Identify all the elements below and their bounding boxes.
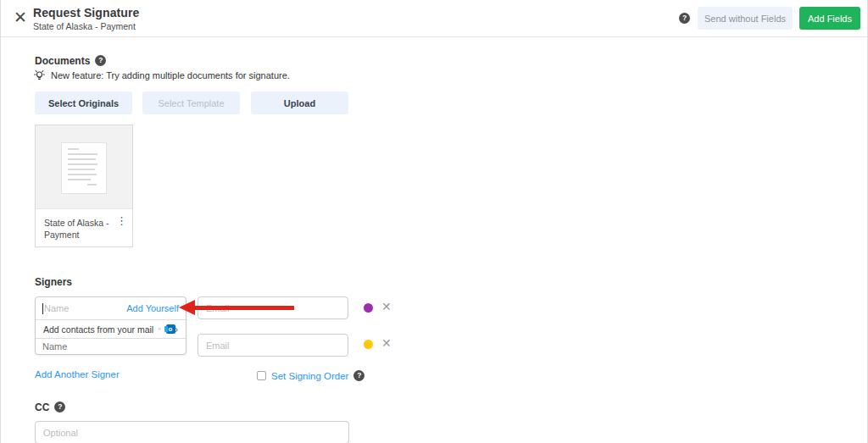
modal-header: ✕ Request Signature State of Alaska - Pa…	[1, 0, 867, 37]
header-help-icon[interactable]: ?	[679, 13, 690, 24]
chevron-right-icon[interactable]: ›	[175, 324, 178, 335]
signing-order-help-icon[interactable]: ?	[353, 370, 364, 381]
document-page-preview	[61, 142, 107, 194]
signer2-email-input[interactable]	[198, 334, 348, 357]
send-without-fields-button[interactable]: Send without Fields	[698, 7, 793, 30]
add-contacts-row[interactable]: Add contacts from your mail o ›	[36, 320, 186, 339]
upload-button[interactable]: Upload	[251, 91, 348, 114]
cc-input[interactable]	[35, 421, 349, 443]
new-feature-tip: New feature: Try adding multiple documen…	[33, 69, 290, 81]
document-menu-icon[interactable]: ⋮	[116, 216, 127, 226]
signer1-name-input[interactable]	[44, 303, 126, 313]
documents-heading: Documents?	[35, 55, 106, 67]
page-title: Request Signature	[33, 6, 139, 19]
cc-heading: CC?	[35, 401, 65, 413]
signers-heading: Signers	[35, 276, 72, 288]
document-title-line1: State of Alaska -	[44, 217, 124, 229]
document-card[interactable]: State of Alaska - Payment ⋮	[35, 125, 133, 247]
signer1-name-dropdown: Add Yourself Add contacts from your mail…	[35, 296, 186, 355]
select-originals-button[interactable]: Select Originals	[35, 91, 132, 114]
signer2-color-dot[interactable]	[364, 340, 373, 349]
set-signing-order-checkbox[interactable]	[257, 371, 266, 380]
signer1-name-row: Add Yourself	[36, 297, 186, 320]
outlook-icon[interactable]: o	[166, 324, 168, 335]
document-title-line2: Payment	[44, 229, 124, 241]
lightbulb-icon	[33, 69, 46, 81]
header-titles: Request Signature State of Alaska - Paym…	[33, 6, 139, 31]
cc-help-icon[interactable]: ?	[54, 401, 65, 413]
document-title: State of Alaska - Payment ⋮	[36, 209, 132, 241]
new-feature-text: New feature: Try adding multiple documen…	[51, 70, 290, 80]
add-yourself-link[interactable]: Add Yourself	[126, 303, 179, 313]
text-caret	[42, 303, 43, 314]
signing-order-row: Set Signing Order ?	[257, 370, 364, 381]
add-contacts-label: Add contacts from your mail	[43, 324, 153, 335]
signer2-name-input[interactable]	[42, 341, 179, 352]
select-template-button[interactable]: Select Template	[142, 91, 240, 114]
gmail-icon[interactable]	[159, 324, 160, 334]
signer2-name-row	[36, 339, 186, 354]
signer1-email-input[interactable]	[198, 296, 348, 319]
documents-help-icon[interactable]: ?	[95, 55, 106, 66]
cc-heading-label: CC	[35, 401, 49, 413]
signer1-color-dot[interactable]	[364, 303, 373, 313]
add-fields-button[interactable]: Add Fields	[799, 7, 860, 30]
document-thumbnail	[36, 125, 132, 209]
set-signing-order-label[interactable]: Set Signing Order	[271, 371, 348, 381]
page-subtitle: State of Alaska - Payment	[33, 21, 139, 31]
request-signature-modal: ✕ Request Signature State of Alaska - Pa…	[0, 0, 868, 443]
signer2-remove-icon[interactable]: ✕	[381, 336, 392, 350]
signer1-remove-icon[interactable]: ✕	[381, 300, 392, 313]
documents-heading-label: Documents	[35, 55, 90, 67]
add-another-signer-link[interactable]: Add Another Signer	[35, 369, 120, 379]
close-icon[interactable]: ✕	[14, 8, 27, 27]
